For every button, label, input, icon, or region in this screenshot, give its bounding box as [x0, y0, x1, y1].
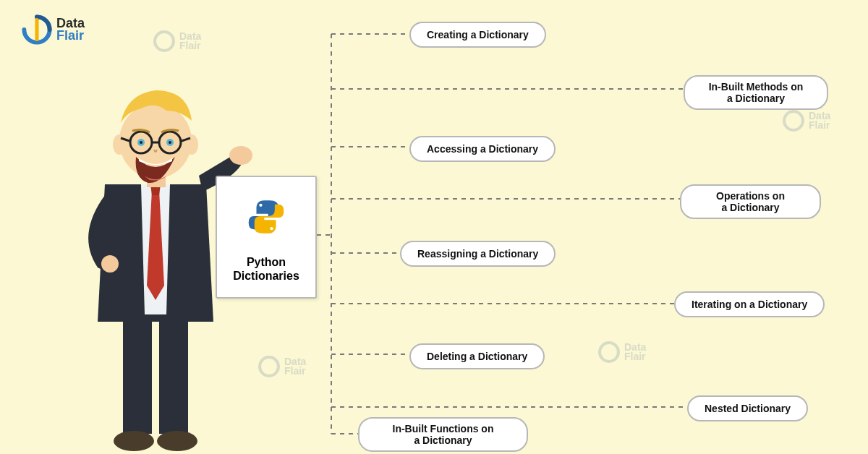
svg-point-12 — [113, 134, 126, 155]
svg-point-7 — [157, 431, 197, 451]
brand-logo-icon — [22, 14, 52, 45]
svg-point-2 — [600, 343, 618, 361]
topic-inbuilt-methods: In-Built Methods on a Dictionary — [684, 75, 828, 110]
svg-point-6 — [114, 431, 154, 451]
topic-reassigning: Reassigning a Dictionary — [400, 241, 556, 267]
svg-point-0 — [155, 32, 174, 51]
topic-inbuilt-functions: In-Built Functions on a Dictionary — [358, 417, 528, 452]
watermark: DataFlair — [597, 340, 646, 364]
watermark: DataFlair — [257, 354, 306, 379]
central-card: Python Dictionaries — [216, 176, 317, 299]
watermark: DataFlair — [781, 108, 830, 133]
svg-point-22 — [169, 141, 171, 144]
svg-point-24 — [270, 227, 273, 230]
svg-point-23 — [259, 204, 262, 207]
topic-operations: Operations on a Dictionary — [680, 184, 821, 219]
svg-point-9 — [229, 146, 252, 165]
topic-deleting: Deleting a Dictionary — [409, 343, 545, 369]
topic-accessing: Accessing a Dictionary — [409, 136, 556, 162]
svg-point-21 — [140, 141, 142, 144]
svg-point-8 — [101, 255, 119, 273]
svg-point-13 — [185, 134, 198, 155]
topic-iterating: Iterating on a Dictionary — [674, 291, 825, 317]
central-title: Python Dictionaries — [233, 255, 299, 283]
brand-logo-text: DataFlair — [56, 17, 85, 42]
brand-logo: DataFlair — [22, 14, 85, 45]
svg-rect-4 — [123, 318, 152, 434]
svg-point-1 — [784, 111, 803, 130]
svg-rect-5 — [159, 318, 188, 434]
python-icon — [247, 197, 286, 236]
topic-creating: Creating a Dictionary — [409, 22, 546, 48]
watermark: DataFlair — [152, 29, 201, 53]
topic-nested: Nested Dictionary — [687, 395, 808, 421]
